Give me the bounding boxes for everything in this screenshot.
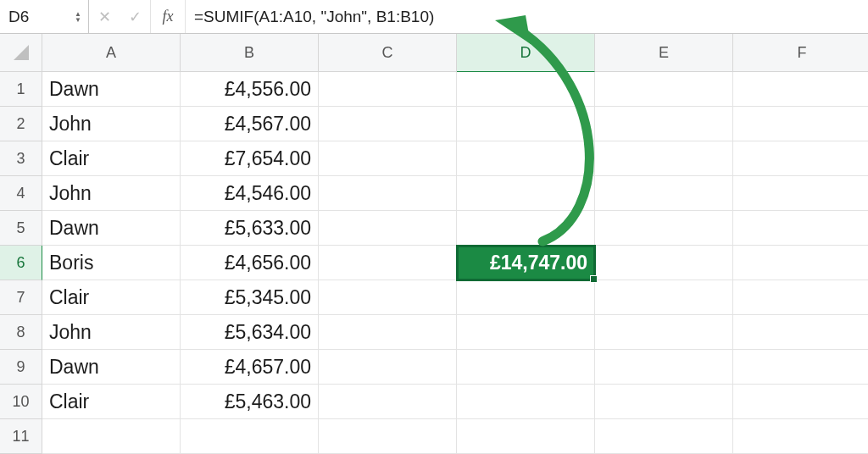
cell[interactable] <box>733 176 868 211</box>
cell[interactable] <box>457 107 595 141</box>
cell[interactable] <box>733 246 868 280</box>
cell[interactable] <box>595 385 733 419</box>
cell[interactable] <box>595 211 733 246</box>
spreadsheet-grid[interactable]: ABCDEF1Dawn£4,556.002John£4,567.003Clair… <box>0 34 868 454</box>
cell[interactable]: £5,633.00 <box>181 211 319 246</box>
cell[interactable] <box>457 176 595 211</box>
cell[interactable]: £4,567.00 <box>181 107 319 141</box>
cell[interactable]: £4,656.00 <box>181 246 319 280</box>
formula-input[interactable]: =SUMIF(A1:A10, "John", B1:B10) <box>186 0 868 33</box>
cell[interactable] <box>733 419 868 454</box>
cell[interactable] <box>733 72 868 107</box>
selected-cell[interactable]: £14,747.00 <box>457 246 595 280</box>
cell[interactable]: Boris <box>42 246 181 280</box>
row-header[interactable]: 11 <box>0 419 42 454</box>
row-header[interactable]: 4 <box>0 176 42 211</box>
cell[interactable] <box>457 315 595 350</box>
cancel-icon: ✕ <box>98 8 111 26</box>
confirm-formula-button[interactable]: ✓ <box>120 0 150 33</box>
cell[interactable] <box>595 141 733 176</box>
cell[interactable] <box>733 107 868 141</box>
cell[interactable] <box>319 141 457 176</box>
cell[interactable] <box>595 246 733 280</box>
cell[interactable] <box>319 385 457 419</box>
cell[interactable] <box>319 315 457 350</box>
column-header[interactable]: D <box>457 34 595 72</box>
column-header[interactable]: A <box>42 34 181 72</box>
cell[interactable] <box>733 315 868 350</box>
cell[interactable]: Dawn <box>42 350 181 385</box>
cell[interactable] <box>457 350 595 385</box>
formula-text: =SUMIF(A1:A10, "John", B1:B10) <box>194 8 434 26</box>
row-header[interactable]: 7 <box>0 280 42 315</box>
cell[interactable] <box>319 107 457 141</box>
cell[interactable] <box>181 419 319 454</box>
column-header[interactable]: B <box>181 34 319 72</box>
cell[interactable] <box>42 419 181 454</box>
cell[interactable] <box>595 176 733 211</box>
column-header[interactable]: C <box>319 34 457 72</box>
column-header[interactable]: F <box>733 34 868 72</box>
cell[interactable] <box>733 385 868 419</box>
select-all-corner[interactable] <box>0 34 42 72</box>
cell[interactable] <box>319 176 457 211</box>
cell[interactable] <box>319 246 457 280</box>
cell[interactable]: £4,556.00 <box>181 72 319 107</box>
row-header[interactable]: 1 <box>0 72 42 107</box>
cell[interactable] <box>319 350 457 385</box>
cell[interactable]: John <box>42 176 181 211</box>
cell[interactable] <box>319 280 457 315</box>
select-all-icon <box>14 45 29 60</box>
row-header[interactable]: 2 <box>0 107 42 141</box>
cell[interactable]: Clair <box>42 280 181 315</box>
cell[interactable] <box>733 141 868 176</box>
cell[interactable] <box>457 72 595 107</box>
cell[interactable]: £7,654.00 <box>181 141 319 176</box>
cell[interactable] <box>595 72 733 107</box>
cell[interactable] <box>319 72 457 107</box>
cell[interactable] <box>457 280 595 315</box>
cell[interactable] <box>319 211 457 246</box>
cell[interactable] <box>595 350 733 385</box>
cell[interactable] <box>457 211 595 246</box>
cell[interactable]: John <box>42 315 181 350</box>
column-header[interactable]: E <box>595 34 733 72</box>
cell[interactable]: John <box>42 107 181 141</box>
cell[interactable] <box>733 211 868 246</box>
formula-bar: D6 ▲ ▼ ✕ ✓ fx =SUMIF(A1:A10, "John", B1:… <box>0 0 868 34</box>
name-box-spinner[interactable]: ▲ ▼ <box>75 11 81 23</box>
row-header[interactable]: 10 <box>0 385 42 419</box>
spin-down-icon[interactable]: ▼ <box>75 17 81 23</box>
cell[interactable] <box>457 141 595 176</box>
cell[interactable] <box>457 419 595 454</box>
cell[interactable] <box>319 419 457 454</box>
cell[interactable] <box>733 280 868 315</box>
cell[interactable]: Dawn <box>42 211 181 246</box>
svg-marker-0 <box>14 45 29 60</box>
cell[interactable]: Clair <box>42 385 181 419</box>
cell[interactable] <box>595 315 733 350</box>
insert-function-button[interactable]: fx <box>150 0 186 33</box>
cell[interactable] <box>457 385 595 419</box>
cell[interactable]: £5,634.00 <box>181 315 319 350</box>
row-header[interactable]: 6 <box>0 246 42 280</box>
cell[interactable] <box>595 280 733 315</box>
name-box-value: D6 <box>8 8 29 26</box>
row-header[interactable]: 9 <box>0 350 42 385</box>
cell[interactable]: £5,345.00 <box>181 280 319 315</box>
cell[interactable] <box>595 107 733 141</box>
cell[interactable]: £5,463.00 <box>181 385 319 419</box>
cancel-formula-button[interactable]: ✕ <box>89 0 120 33</box>
cell[interactable]: Dawn <box>42 72 181 107</box>
name-box[interactable]: D6 ▲ ▼ <box>0 0 89 33</box>
cell[interactable]: £4,546.00 <box>181 176 319 211</box>
check-icon: ✓ <box>129 8 142 26</box>
cell[interactable]: £4,657.00 <box>181 350 319 385</box>
cell[interactable] <box>595 419 733 454</box>
cell[interactable] <box>733 350 868 385</box>
fx-icon: fx <box>163 8 174 25</box>
row-header[interactable]: 8 <box>0 315 42 350</box>
cell[interactable]: Clair <box>42 141 181 176</box>
row-header[interactable]: 5 <box>0 211 42 246</box>
row-header[interactable]: 3 <box>0 141 42 176</box>
